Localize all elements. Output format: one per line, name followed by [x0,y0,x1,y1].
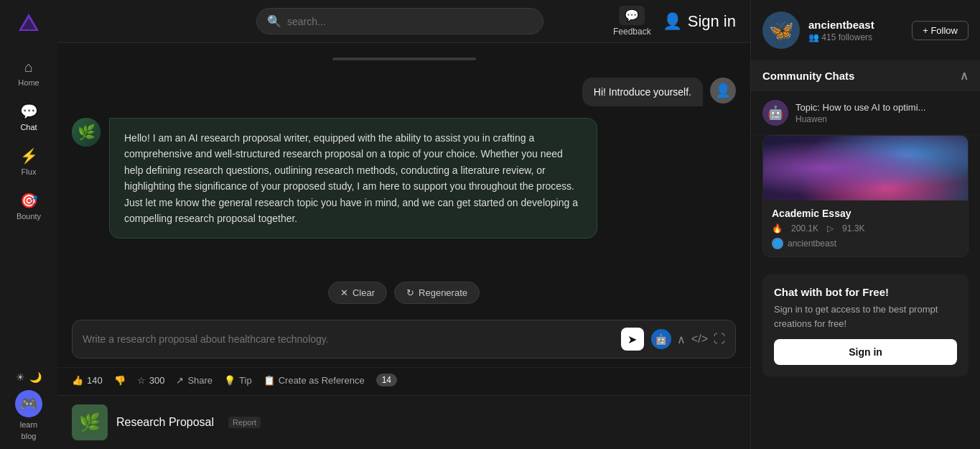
ai-logo-button[interactable]: 🤖 [651,329,671,349]
fullscreen-icon[interactable]: ⛶ [714,333,725,346]
flux-icon: ⚡ [20,147,38,165]
search-icon: 🔍 [267,14,281,28]
feedback-icon: 💬 [619,6,645,25]
badge-count: 14 [376,374,397,386]
followers-icon: 👥 [808,32,819,42]
chat-item-avatar: 🤖 [762,100,788,126]
star-action[interactable]: ☆ 300 [137,375,165,386]
create-reference-action[interactable]: 📋 Create as Reference [263,375,365,386]
essay-card-thumbnail [763,136,968,200]
author-name: ancientbeast [788,239,836,249]
share-label: Share [187,375,213,386]
sidebar-item-label: Home [18,78,39,87]
feedback-button[interactable]: 💬 Feedback [613,6,651,37]
chat-input[interactable] [83,333,614,345]
tip-action[interactable]: 💡 Tip [224,375,252,386]
dislike-action[interactable]: 👎 [114,375,126,386]
scroll-indicator [72,57,736,60]
community-chats-label: Community Chats [762,70,854,82]
sidebar-item-chat[interactable]: 💬 Chat [4,97,54,137]
essay-card-body: Academic Essay 🔥 200.1K ▷ 91.3K 🌐 ancien… [763,200,968,256]
sidebar-item-label: Chat [20,123,37,131]
blog-link[interactable]: blog [22,432,37,440]
essay-card-author: 🌐 ancientbeast [772,238,959,249]
community-chats-header: Community Chats ∧ [751,60,980,91]
like-action[interactable]: 👍 140 [72,375,103,386]
like-icon: 👍 [72,375,83,386]
channel-avatar: 🦋 [762,11,800,49]
app-logo[interactable] [14,9,44,39]
user-message: Hi! Introduce yourself. 👤 [72,78,736,106]
plays-count: 91.3K [842,223,864,233]
signin-button[interactable]: 👤 Sign in [663,12,736,31]
chat-free-signin-button[interactable]: Sign in [774,339,957,365]
sidebar-item-flux[interactable]: ⚡ Flux [4,142,54,182]
bottom-bar: 👍 140 👎 ☆ 300 ↗ Share 💡 Tip 📋 Create as … [57,367,750,395]
expand-icon[interactable]: ∧ [677,333,686,346]
bounty-icon: 🎯 [20,192,38,209]
chat-item-subtitle: Huawen [795,114,925,124]
theme-toggle[interactable]: ☀ 🌙 [11,367,46,387]
code-icon[interactable]: </> [691,333,708,346]
home-icon: ⌂ [24,59,33,75]
chat-free-desc: Sign in to get access to the best prompt… [774,302,957,330]
channel-followers: 👥 415 followers [808,32,903,42]
research-row: 🌿 Research Proposal Report [57,395,750,449]
regenerate-button[interactable]: ↻ Regenerate [394,282,480,304]
chat-item-title: Topic: How to use AI to optimi... [795,102,925,113]
regenerate-label: Regenerate [419,287,467,298]
search-bar[interactable]: 🔍 [256,8,543,34]
header-right: 💬 Feedback 👤 Sign in [613,6,736,37]
chat-icon: 💬 [20,103,38,120]
regenerate-icon: ↻ [406,287,414,298]
likes-icon: 🔥 [772,223,783,233]
share-action[interactable]: ↗ Share [176,375,213,386]
sidebar-item-home[interactable]: ⌂ Home [4,53,54,93]
like-count: 140 [87,375,103,386]
collapse-icon[interactable]: ∧ [960,69,969,83]
signin-label: Sign in [688,12,736,31]
dislike-icon: 👎 [114,375,126,386]
clear-button[interactable]: ✕ Clear [328,282,387,304]
ai-message: 🌿 Hello! I am an AI research proposal wr… [72,118,736,239]
followers-count: 415 followers [821,32,872,42]
chat-item-info: Topic: How to use AI to optimi... Huawen [795,102,925,124]
user-message-text: Hi! Introduce yourself. [594,86,691,98]
follow-button[interactable]: + Follow [912,21,969,40]
clear-icon: ✕ [340,287,348,298]
right-panel: 🦋 ancientbeast 👥 415 followers + Follow … [750,0,980,449]
ai-response-text: Hello! I am an AI research proposal writ… [124,132,578,224]
input-area: ➤ 🤖 ∧ </> ⛶ [57,311,750,367]
plays-icon: ▷ [827,223,834,233]
discord-button[interactable]: 🎮 [15,390,42,417]
channel-name: ancientbeast [808,19,903,31]
main-content: 🔍 💬 Feedback 👤 Sign in Hi! Introduce you… [57,0,750,449]
sidebar-bottom: ☀ 🌙 🎮 learn blog [0,367,57,440]
chat-item[interactable]: 🤖 Topic: How to use AI to optimi... Huaw… [751,91,980,135]
star-count: 300 [149,375,165,386]
sidebar-item-label: Flux [22,167,37,176]
send-button[interactable]: ➤ [621,328,644,351]
sidebar-item-bounty[interactable]: 🎯 Bounty [4,186,54,226]
tip-label: Tip [239,375,252,386]
sidebar-item-label: Bounty [17,212,41,221]
research-report-badge: Report [228,417,261,428]
research-thumbnail: 🌿 [72,404,108,440]
top-header: 🔍 💬 Feedback 👤 Sign in [57,0,750,43]
search-input[interactable] [287,16,533,27]
feedback-label: Feedback [613,27,651,37]
channel-header: 🦋 ancientbeast 👥 415 followers + Follow [751,0,980,60]
chat-free-box: Chat with bot for Free! Sign in to get a… [762,274,969,376]
sidebar: ⌂ Home 💬 Chat ⚡ Flux 🎯 Bounty ☀ 🌙 🎮 lear… [0,0,57,449]
likes-count: 200.1K [791,223,818,233]
input-controls: 🤖 ∧ </> ⛶ [651,329,725,349]
chat-free-title: Chat with bot for Free! [774,286,957,298]
user-bubble: Hi! Introduce yourself. [582,78,703,106]
learn-link[interactable]: learn [20,420,37,429]
sun-icon: ☀ [16,371,25,383]
chat-area: Hi! Introduce yourself. 👤 🌿 Hello! I am … [57,43,750,282]
essay-card[interactable]: Academic Essay 🔥 200.1K ▷ 91.3K 🌐 ancien… [762,135,969,257]
action-buttons: ✕ Clear ↻ Regenerate [57,282,750,304]
input-row: ➤ 🤖 ∧ </> ⛶ [72,320,736,358]
research-title: Research Proposal [116,416,214,429]
